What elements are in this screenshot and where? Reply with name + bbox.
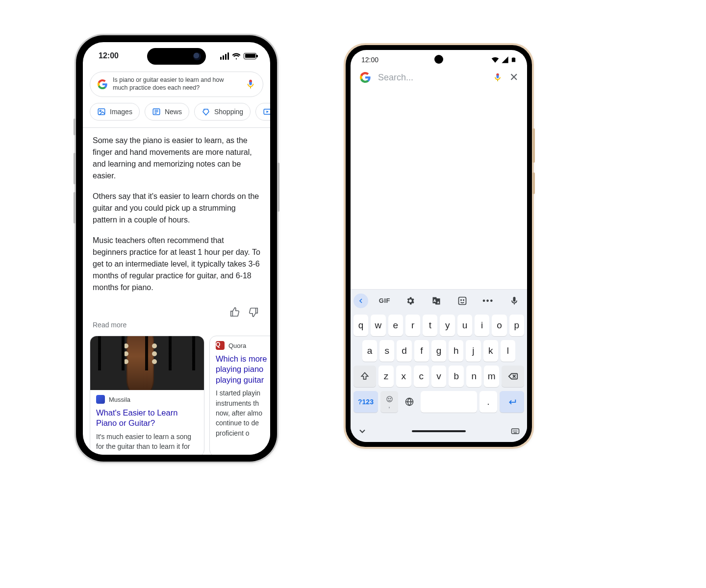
svg-point-10 bbox=[390, 398, 390, 398]
key-m[interactable]: m bbox=[484, 366, 499, 387]
status-clock: 12:00 bbox=[361, 56, 378, 64]
stickers-button[interactable] bbox=[453, 296, 472, 306]
key-w[interactable]: w bbox=[371, 315, 385, 336]
key-v[interactable]: v bbox=[431, 366, 447, 387]
videos-icon bbox=[263, 107, 270, 116]
key-n[interactable]: n bbox=[466, 366, 481, 387]
chip-videos[interactable]: Vide bbox=[255, 103, 270, 121]
svg-point-19 bbox=[515, 431, 516, 432]
guitar-headstock-graphic bbox=[126, 336, 154, 390]
result-card[interactable]: Q Quora Which is more playing piano play… bbox=[209, 336, 270, 455]
iphone-device-frame: 12:00 Is piano or guitar easier to learn… bbox=[76, 35, 277, 462]
empty-results-area bbox=[351, 88, 527, 289]
key-x[interactable]: x bbox=[396, 366, 411, 387]
key-u[interactable]: u bbox=[457, 315, 472, 336]
images-icon bbox=[97, 107, 106, 116]
search-placeholder[interactable]: Search... bbox=[378, 73, 486, 83]
chip-news[interactable]: News bbox=[145, 103, 189, 121]
dynamic-island bbox=[147, 48, 206, 65]
source-name: Quora bbox=[228, 342, 246, 349]
chip-images[interactable]: Images bbox=[90, 103, 140, 121]
voice-search-icon[interactable] bbox=[245, 79, 256, 90]
svg-point-9 bbox=[388, 398, 389, 398]
key-t[interactable]: t bbox=[423, 315, 437, 336]
gesture-pill[interactable] bbox=[412, 430, 466, 432]
keyboard-collapse-icon[interactable] bbox=[357, 426, 367, 436]
keyboard-toolbar: GIF ••• bbox=[351, 289, 527, 312]
key-b[interactable]: b bbox=[449, 366, 464, 387]
generative-answer: Some say the piano is easier to learn, a… bbox=[83, 128, 270, 305]
key-k[interactable]: k bbox=[483, 340, 498, 362]
news-icon bbox=[152, 107, 161, 116]
key-l[interactable]: l bbox=[501, 340, 515, 362]
translate-button[interactable] bbox=[427, 296, 446, 306]
chip-shopping[interactable]: Shopping bbox=[194, 103, 251, 121]
svg-point-7 bbox=[463, 299, 464, 300]
thumbs-up-button[interactable] bbox=[228, 305, 242, 319]
enter-key[interactable] bbox=[500, 391, 524, 413]
wifi-icon bbox=[491, 56, 499, 64]
key-a[interactable]: a bbox=[362, 340, 377, 362]
mic-button[interactable] bbox=[504, 296, 524, 306]
collapse-toolbar-button[interactable] bbox=[353, 294, 368, 308]
keyboard-switcher-icon[interactable] bbox=[510, 426, 520, 436]
card-title: Which is more playing piano playing guit… bbox=[216, 354, 270, 385]
battery-icon bbox=[511, 55, 516, 64]
key-h[interactable]: h bbox=[449, 340, 463, 362]
search-query-text[interactable]: Is piano or guitar easier to learn and h… bbox=[113, 76, 240, 92]
key-c[interactable]: c bbox=[414, 366, 429, 387]
key-o[interactable]: o bbox=[492, 315, 506, 336]
result-card[interactable]: Mussila What's Easier to Learn Piano or … bbox=[90, 336, 204, 455]
keyboard-row: ?123 , . bbox=[353, 391, 525, 413]
key-f[interactable]: f bbox=[414, 340, 429, 362]
read-more-link[interactable]: Read more bbox=[83, 319, 270, 336]
settings-button[interactable] bbox=[401, 296, 420, 306]
symbols-key[interactable]: ?123 bbox=[353, 391, 378, 413]
period-key[interactable]: . bbox=[479, 391, 497, 413]
more-options-button[interactable]: ••• bbox=[479, 296, 498, 305]
card-snippet: It's much easier to learn a song for the… bbox=[96, 432, 198, 452]
voice-search-icon[interactable] bbox=[493, 73, 503, 82]
svg-point-17 bbox=[513, 431, 514, 432]
chip-label: Images bbox=[110, 108, 132, 116]
svg-point-1 bbox=[100, 110, 101, 112]
close-button[interactable]: ✕ bbox=[509, 72, 518, 83]
search-bar[interactable]: Is piano or guitar easier to learn and h… bbox=[90, 72, 263, 97]
svg-point-14 bbox=[514, 430, 515, 431]
key-q[interactable]: q bbox=[353, 315, 368, 336]
backspace-key[interactable] bbox=[502, 366, 524, 387]
key-g[interactable]: g bbox=[431, 340, 446, 362]
key-p[interactable]: p bbox=[509, 315, 524, 336]
key-r[interactable]: r bbox=[405, 315, 420, 336]
svg-point-20 bbox=[517, 431, 518, 432]
key-j[interactable]: j bbox=[466, 340, 480, 362]
svg-rect-0 bbox=[98, 109, 105, 115]
front-camera-punch-hole bbox=[434, 55, 443, 64]
android-power-button bbox=[532, 172, 535, 194]
key-s[interactable]: s bbox=[379, 340, 394, 362]
shift-key[interactable] bbox=[353, 366, 376, 387]
wifi-icon bbox=[232, 51, 241, 60]
key-e[interactable]: e bbox=[388, 315, 403, 336]
card-thumbnail bbox=[90, 336, 204, 390]
keyboard-row: z x c v b n m bbox=[353, 366, 525, 387]
svg-point-16 bbox=[517, 430, 518, 431]
key-z[interactable]: z bbox=[378, 366, 394, 387]
key-i[interactable]: i bbox=[475, 315, 489, 336]
thumbs-down-button[interactable] bbox=[247, 305, 260, 319]
card-source: Mussila bbox=[90, 390, 204, 406]
feedback-buttons bbox=[83, 305, 270, 319]
svg-point-6 bbox=[460, 299, 461, 300]
svg-point-8 bbox=[386, 396, 392, 401]
emoji-key[interactable]: , bbox=[380, 391, 398, 413]
iphone-screen: 12:00 Is piano or guitar easier to learn… bbox=[83, 42, 270, 455]
spacebar-key[interactable] bbox=[421, 391, 477, 413]
android-search-bar[interactable]: Search... ✕ bbox=[351, 70, 527, 88]
android-volume-button bbox=[532, 128, 535, 163]
gif-button[interactable]: GIF bbox=[375, 297, 394, 304]
google-logo-icon bbox=[97, 79, 108, 90]
svg-point-13 bbox=[513, 430, 514, 431]
key-y[interactable]: y bbox=[440, 315, 454, 336]
language-key[interactable] bbox=[401, 391, 418, 413]
key-d[interactable]: d bbox=[397, 340, 411, 362]
